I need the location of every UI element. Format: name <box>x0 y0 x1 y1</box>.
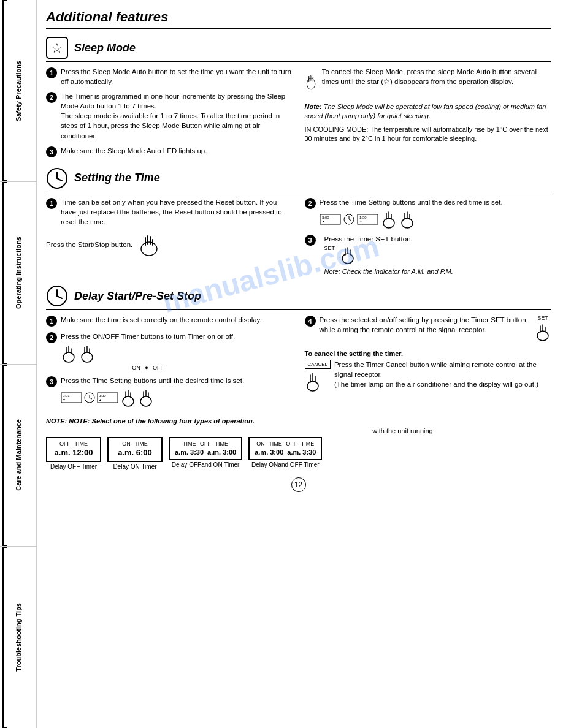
timer-box-off: OFF TIME a.m. 12:00 Delay OFF Timer <box>46 437 101 470</box>
time-setting-display: 3:01 ▼ 3:30 <box>61 388 244 408</box>
hand-icon-4 <box>399 210 415 229</box>
delay-step-4: 4 Press the selected on/off setting by p… <box>305 315 551 344</box>
cancel-title: To cancel the setting the timer. <box>305 350 551 357</box>
delay-off-on-label: Delay OFFand ON Timer <box>172 461 240 468</box>
timer-display-off: OFF TIME a.m. 12:00 <box>46 437 101 462</box>
delay-start-title: Delay Start/Pre-Set Stop <box>74 290 201 303</box>
sleep-step-3: 3 Make sure the Sleep Mode Auto LED ligh… <box>46 146 293 157</box>
delay-step-2: 2 Press the ON/OFF Timer buttons to turn… <box>46 332 293 371</box>
sleep-note: Note: The Sleep Mode will be operated at… <box>305 102 551 121</box>
delay-step-num-1: 1 <box>46 316 57 327</box>
delay-off-label: Delay OFF Timer <box>50 463 97 470</box>
timer-set-text: Press the Timer SET button. <box>324 235 413 243</box>
hand-icon-8 <box>120 388 136 408</box>
timer-display-off-on: TIME OFF TIME a.m. 3:30 a.m. 3:00 <box>169 437 242 460</box>
setting-time-header: Setting the Time <box>46 167 551 192</box>
hand-icon-9 <box>138 388 154 408</box>
clock-small-1 <box>343 214 354 225</box>
timer-boxes: OFF TIME a.m. 12:00 Delay OFF Timer ON T… <box>46 437 551 470</box>
cancel-icon-group: CANCEL <box>305 360 331 394</box>
setting-time-right: 2 Press the Time Setting buttons until t… <box>305 197 551 281</box>
delay-on-off-label: Delay ONand OFF Timer <box>251 461 320 468</box>
setting-time-left: 1 Time can be set only when you have pre… <box>46 197 293 281</box>
delay-step-3-text: Press the Time Setting buttons until the… <box>61 376 244 385</box>
svg-point-39 <box>63 352 74 362</box>
hand-icon-5 <box>340 245 356 265</box>
sleep-mode-right: To cancel the Sleep Mode, press the slee… <box>305 67 551 162</box>
sleep-mode-left: 1 Press the Sleep Mode Auto button to se… <box>46 67 293 162</box>
hand-icon-cancel <box>305 370 321 392</box>
page-title: Additional features <box>46 9 551 29</box>
setting-time-title: Setting the Time <box>74 172 160 184</box>
sleep-cancel-text: To cancel the Sleep Mode, press the slee… <box>322 67 551 86</box>
sleep-step-3-text: Make sure the Sleep Mode Auto LED lights… <box>61 146 207 156</box>
set-label-box: SET <box>324 245 335 251</box>
on-off-top-label: ON TIME OFF TIME <box>255 441 316 448</box>
clock-small-2 <box>84 392 95 403</box>
set-btn-area: SET <box>535 315 551 344</box>
time-step-num-3b: 3 <box>305 235 316 246</box>
on-off-val2: a.m. 3:30 <box>287 448 316 457</box>
svg-point-43 <box>82 352 93 362</box>
cancel-btn-label: CANCEL <box>305 360 331 369</box>
svg-text:☆: ☆ <box>51 40 63 56</box>
main-content: manualslib.com Additional features ☆ Sle… <box>37 0 563 728</box>
delay-start-right: 4 Press the selected on/off setting by p… <box>305 315 551 412</box>
note-label: NOTE: <box>46 417 67 425</box>
sidebar-label-safety: Safety Precautions <box>15 61 22 121</box>
sidebar-label-troubleshooting: Troubleshooting Tips <box>15 603 22 672</box>
time-step-num-1: 1 <box>46 198 57 209</box>
page-number-section: 12 <box>46 477 551 492</box>
svg-text:▲: ▲ <box>359 219 362 223</box>
on-off-val1: a.m. 3:00 <box>255 448 283 457</box>
clock-icon-2 <box>46 285 68 307</box>
cancel-content: CANCEL Press the Timer Cancel button whi… <box>305 360 551 394</box>
step-num-1: 1 <box>46 67 57 78</box>
page-title-section: Additional features <box>46 9 551 29</box>
timer-box-on: ON TIME a.m. 6:00 Delay ON Timer <box>107 437 163 470</box>
page-container: Safety Precautions Operating Instruction… <box>0 0 563 728</box>
off-time-val: a.m. 12:00 <box>52 448 95 458</box>
on-off-label: ON ● OFF <box>61 365 235 371</box>
sidebar-section-care: Care and Maintenance <box>0 365 36 547</box>
delay-step-num-4: 4 <box>305 316 316 327</box>
delay-step-1-text: Make sure the time is set correctly on t… <box>61 315 262 325</box>
delay-start-content: 1 Make sure the time is set correctly on… <box>46 315 551 412</box>
timer-set-icons: SET <box>324 245 453 265</box>
delay-step-num-3: 3 <box>46 376 57 387</box>
sleep-step-2-text: The Timer is programmed in one-hour incr… <box>61 91 293 140</box>
hand-icon-2 <box>137 232 161 257</box>
hand-icon-1 <box>305 67 317 97</box>
off-on-val2: a.m. 3:00 <box>207 448 236 457</box>
sleep-mode-section: ☆ Sleep Mode 1 Press the Sleep Mode Auto… <box>46 37 551 162</box>
set-label: SET <box>535 315 551 321</box>
delay-step-num-2: 2 <box>46 332 57 343</box>
setting-time-content: 1 Time can be set only when you have pre… <box>46 197 551 281</box>
hand-icon-6 <box>61 344 77 363</box>
svg-line-20 <box>349 219 351 221</box>
delay-step-2-text: Press the ON/OFF Timer buttons to turn T… <box>61 332 235 341</box>
svg-point-10 <box>141 242 157 256</box>
cancel-text: Press the Timer Cancel button while aimi… <box>334 360 551 389</box>
timer-note: NOTE: NOTE: Select one of the following … <box>46 417 551 425</box>
delay-step-2-content: Press the ON/OFF Timer buttons to turn T… <box>61 332 235 371</box>
sleep-mode-title: Sleep Mode <box>74 42 136 55</box>
sidebar-bracket-3 <box>2 365 7 546</box>
sidebar-bracket-2 <box>2 182 7 363</box>
delay-step-3: 3 Press the Time Setting buttons until t… <box>46 376 293 408</box>
svg-line-9 <box>57 178 62 181</box>
clock-icon-1 <box>46 167 68 189</box>
sidebar-label-care: Care and Maintenance <box>15 419 22 491</box>
svg-point-64 <box>537 331 548 341</box>
start-stop-row: Press the Start/Stop button. <box>46 232 293 257</box>
svg-point-28 <box>402 218 413 228</box>
svg-point-2 <box>307 78 315 89</box>
delay-start-left: 1 Make sure the time is set correctly on… <box>46 315 293 412</box>
sidebar-bracket-4 <box>2 547 7 728</box>
note-text: NOTE: Select one of the following four t… <box>69 417 255 425</box>
step-num-3: 3 <box>46 146 57 157</box>
timer-box-on-off: ON TIME OFF TIME a.m. 3:00 a.m. 3:30 Del… <box>248 437 322 468</box>
svg-point-24 <box>383 218 394 228</box>
sidebar-section-operating: Operating Instructions <box>0 182 36 364</box>
sidebar-bracket <box>2 0 7 181</box>
